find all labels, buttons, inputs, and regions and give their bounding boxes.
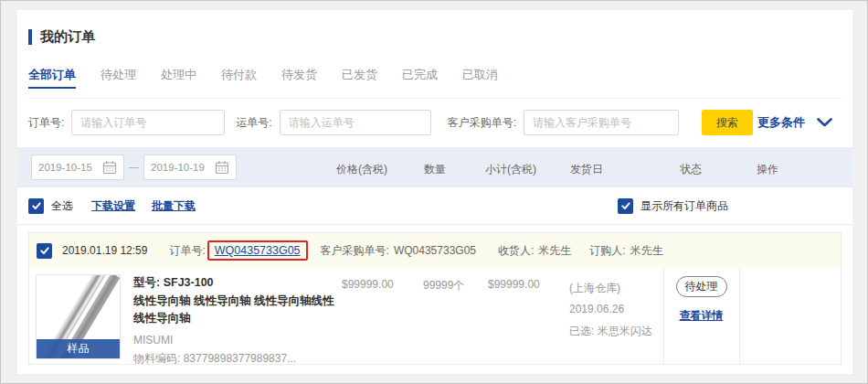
product-description[interactable]: 线性导向轴 线性导向轴 线性导向轴线性 线性导向轴 bbox=[133, 293, 347, 327]
order-header-row: 2019.01.19 12:59 订单号: WQ0435733G05 客户采购单… bbox=[29, 233, 841, 268]
more-conditions-link[interactable]: 更多条件 bbox=[757, 114, 832, 131]
show-all-label: 显示所有订单商品 bbox=[640, 198, 728, 214]
cell-ship-info: (上海仓库) 2019.06.26 已选: 米思米闪达 bbox=[569, 278, 652, 342]
model-value: SFJ3-100 bbox=[164, 276, 214, 289]
order-no-label: 订单号: bbox=[28, 115, 64, 131]
cell-quantity: 99999个 bbox=[423, 278, 464, 293]
date-end-picker[interactable]: 2019-10-19 bbox=[143, 155, 237, 180]
select-all-checkbox[interactable] bbox=[28, 198, 44, 214]
product-model: 型号: SFJ3-100 bbox=[133, 275, 347, 291]
buyer-label: 订购人: bbox=[589, 243, 625, 259]
tab-cancelled[interactable]: 已取消 bbox=[462, 67, 498, 89]
select-all-label: 全选 bbox=[51, 198, 73, 214]
show-all-group: 显示所有订单商品 bbox=[618, 198, 728, 214]
order-no-label: 订单号: bbox=[169, 243, 205, 259]
cell-subtotal: $99999.00 bbox=[488, 278, 540, 291]
calendar-icon bbox=[215, 160, 229, 175]
search-button[interactable]: 搜索 bbox=[702, 110, 753, 135]
order-card: 2019.01.19 12:59 订单号: WQ0435733G05 客户采购单… bbox=[28, 232, 842, 365]
page-title: 我的订单 bbox=[40, 28, 95, 46]
buyer-value: 米先生 bbox=[630, 243, 663, 259]
table-header-bar: 2019-10-15 2019-10-19 bbox=[17, 147, 852, 187]
toolbar-row: 全选 下载设置 批量下载 显示所有订单商品 bbox=[17, 187, 852, 225]
title-accent-bar bbox=[28, 29, 32, 45]
header-ship-date: 发货日 bbox=[570, 162, 603, 177]
orders-card: 我的订单 全部订单 待处理 处理中 待付款 待发货 已发货 已完成 已取消 订单… bbox=[17, 10, 852, 374]
tab-awaiting-shipment[interactable]: 待发货 bbox=[281, 67, 317, 89]
date-range-separator bbox=[129, 167, 139, 168]
order-no-link[interactable]: WQ0435733G05 bbox=[215, 244, 301, 257]
header-action: 操作 bbox=[757, 162, 778, 177]
check-icon bbox=[33, 203, 40, 208]
tab-processing[interactable]: 处理中 bbox=[161, 67, 196, 89]
order-po-value: WQ0435733G05 bbox=[394, 244, 476, 257]
date-start-value: 2019-10-15 bbox=[38, 162, 92, 173]
tracking-no-label: 运单号: bbox=[236, 115, 271, 131]
title-row: 我的订单 bbox=[17, 10, 852, 46]
filter-row: 订单号: 运单号: 客户采购单号: 搜索 更多条件 bbox=[28, 109, 842, 136]
model-label: 型号: bbox=[133, 276, 160, 289]
view-details-link[interactable]: 查看详情 bbox=[680, 308, 724, 324]
header-price: 价格(含税) bbox=[336, 162, 387, 177]
date-end-value: 2019-10-19 bbox=[151, 162, 205, 173]
product-image[interactable]: 样品 bbox=[36, 274, 121, 359]
tab-awaiting-payment[interactable]: 待付款 bbox=[221, 67, 257, 89]
status-badge: 待处理 bbox=[676, 276, 727, 297]
selected-service: 已选: 米思米闪达 bbox=[569, 321, 652, 342]
tab-pending[interactable]: 待处理 bbox=[101, 67, 136, 89]
selected-value: 米思米闪达 bbox=[598, 325, 652, 337]
selected-label: 已选: bbox=[569, 325, 594, 337]
material-code-value: 83779898377989837... bbox=[184, 352, 296, 365]
cell-price: $99999.00 bbox=[342, 278, 394, 291]
order-checkbox[interactable] bbox=[37, 243, 52, 259]
more-conditions-label: 更多条件 bbox=[757, 114, 805, 131]
warehouse: (上海仓库) bbox=[569, 278, 652, 299]
check-icon bbox=[622, 203, 630, 208]
column-divider bbox=[739, 268, 740, 364]
date-start-picker[interactable]: 2019-10-15 bbox=[31, 155, 124, 180]
tab-completed[interactable]: 已完成 bbox=[402, 67, 438, 89]
check-icon bbox=[41, 248, 48, 253]
product-material-code: 物料编码: 83779898377989837... bbox=[133, 351, 347, 367]
sample-badge: 样品 bbox=[37, 339, 120, 358]
show-all-checkbox[interactable] bbox=[618, 198, 633, 214]
header-subtotal: 小计(含税) bbox=[485, 162, 536, 177]
order-po-label: 客户采购单号: bbox=[321, 243, 389, 259]
tab-all-orders[interactable]: 全部订单 bbox=[28, 67, 76, 89]
cell-status: 待处理 查看详情 bbox=[663, 276, 739, 324]
product-info: 型号: SFJ3-100 线性导向轴 线性导向轴 线性导向轴线性 线性导向轴 M… bbox=[133, 275, 347, 367]
batch-download-link[interactable]: 批量下载 bbox=[152, 198, 196, 214]
tab-shipped[interactable]: 已发货 bbox=[342, 67, 377, 89]
annotation-red-box: WQ0435733G05 bbox=[207, 240, 308, 261]
order-no-input[interactable] bbox=[71, 110, 225, 135]
header-status: 状态 bbox=[680, 162, 702, 177]
customer-po-label: 客户采购单号: bbox=[448, 115, 516, 131]
order-datetime: 2019.01.19 12:59 bbox=[62, 244, 147, 257]
order-status-tabs: 全部订单 待处理 处理中 待付款 待发货 已发货 已完成 已取消 bbox=[28, 67, 842, 99]
chevron-down-icon bbox=[817, 118, 832, 127]
calendar-icon bbox=[102, 160, 117, 175]
download-settings-link[interactable]: 下载设置 bbox=[91, 198, 135, 214]
orders-screen: 我的订单 全部订单 待处理 处理中 待付款 待发货 已发货 已完成 已取消 订单… bbox=[0, 0, 868, 384]
tracking-no-input[interactable] bbox=[280, 110, 431, 135]
ship-date: 2019.06.26 bbox=[569, 299, 652, 320]
order-item-row: 样品 型号: SFJ3-100 线性导向轴 线性导向轴 线性导向轴线性 线性导向… bbox=[29, 268, 841, 364]
material-code-label: 物料编码: bbox=[133, 352, 180, 365]
consignee-value: 米先生 bbox=[538, 243, 571, 259]
header-quantity: 数量 bbox=[424, 162, 446, 177]
customer-po-input[interactable] bbox=[524, 110, 679, 135]
product-brand: MISUMI bbox=[133, 334, 347, 347]
consignee-label: 收货人: bbox=[498, 243, 534, 259]
